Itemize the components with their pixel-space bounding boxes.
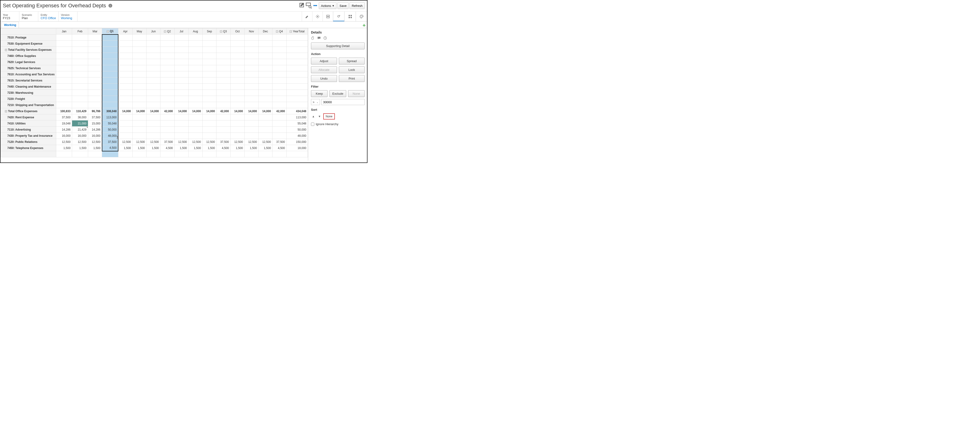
data-cell[interactable] (202, 102, 216, 108)
data-cell[interactable] (216, 47, 231, 53)
data-cell[interactable] (118, 102, 132, 108)
data-cell[interactable] (231, 71, 244, 78)
data-cell[interactable] (231, 59, 244, 65)
data-cell[interactable] (244, 90, 258, 96)
data-cell[interactable] (272, 41, 286, 47)
data-cell[interactable] (216, 41, 231, 47)
data-cell[interactable] (188, 133, 202, 139)
data-cell[interactable] (146, 102, 161, 108)
data-cell[interactable] (88, 71, 102, 78)
data-cell[interactable] (244, 41, 258, 47)
data-cell[interactable]: 19,048 (56, 121, 72, 127)
undo-button[interactable]: Undo (311, 75, 337, 82)
data-cell[interactable] (146, 65, 161, 71)
data-cell[interactable] (102, 96, 118, 102)
data-cell[interactable] (146, 114, 161, 121)
data-cell[interactable] (72, 41, 88, 47)
data-cell[interactable] (259, 127, 272, 133)
data-cell[interactable] (102, 65, 118, 71)
data-cell[interactable]: 14,286 (88, 127, 102, 133)
col-header[interactable]: Jan (56, 29, 72, 35)
data-cell[interactable] (132, 53, 146, 59)
data-cell[interactable] (272, 84, 286, 90)
data-cell[interactable]: 37,500 (216, 139, 231, 145)
data-cell[interactable] (259, 84, 272, 90)
data-cell[interactable] (132, 96, 146, 102)
data-cell[interactable] (161, 114, 174, 121)
data-cell[interactable] (72, 96, 88, 102)
data-cell[interactable] (216, 102, 231, 108)
col-header[interactable]: Mar (88, 29, 102, 35)
row-header[interactable]: 7625: Technical Services (1, 65, 56, 71)
search-icon[interactable] (305, 2, 312, 9)
data-cell[interactable] (102, 41, 118, 47)
data-cell[interactable]: 1,500 (174, 145, 188, 151)
data-cell[interactable]: 37,500 (102, 139, 118, 145)
data-cell[interactable] (244, 53, 258, 59)
data-cell[interactable]: 12,500 (231, 139, 244, 145)
row-header[interactable]: 7230: Warehousing (1, 90, 56, 96)
data-cell[interactable] (88, 41, 102, 47)
data-cell[interactable] (174, 114, 188, 121)
data-cell[interactable] (259, 35, 272, 41)
data-cell[interactable]: 1,500 (56, 145, 72, 151)
data-cell[interactable]: 42,000 (216, 108, 231, 114)
data-cell[interactable] (132, 127, 146, 133)
data-cell[interactable] (88, 35, 102, 41)
data-cell[interactable]: 12,500 (244, 139, 258, 145)
data-cell[interactable] (161, 121, 174, 127)
data-cell[interactable] (216, 35, 231, 41)
data-cell[interactable] (118, 35, 132, 41)
data-cell[interactable] (244, 71, 258, 78)
row-header[interactable]: 7420: Rent Expense (1, 114, 56, 121)
data-cell[interactable] (146, 35, 161, 41)
data-cell[interactable] (286, 65, 308, 71)
data-cell[interactable] (259, 47, 272, 53)
data-cell[interactable] (132, 59, 146, 65)
data-cell[interactable] (286, 59, 308, 65)
data-cell[interactable]: 42,000 (272, 108, 286, 114)
col-header[interactable]: Oct (231, 29, 244, 35)
exclude-button[interactable]: Exclude (329, 90, 346, 97)
data-cell[interactable] (216, 127, 231, 133)
data-cell[interactable] (174, 102, 188, 108)
data-cell[interactable]: 21,000 (72, 121, 88, 127)
data-cell[interactable] (244, 114, 258, 121)
data-cell[interactable] (161, 90, 174, 96)
data-cell[interactable] (188, 102, 202, 108)
data-cell[interactable] (244, 133, 258, 139)
data-cell[interactable] (216, 65, 231, 71)
data-cell[interactable] (202, 90, 216, 96)
data-cell[interactable] (72, 71, 88, 78)
data-cell[interactable] (132, 65, 146, 71)
data-cell[interactable]: 12,500 (56, 139, 72, 145)
data-cell[interactable] (118, 127, 132, 133)
col-header[interactable]: −Q3 (216, 29, 231, 35)
data-cell[interactable] (202, 84, 216, 90)
data-cell[interactable]: 14,000 (146, 108, 161, 114)
data-cell[interactable] (161, 102, 174, 108)
data-cell[interactable]: 50,000 (102, 127, 118, 133)
lock-button[interactable]: Lock (339, 67, 365, 73)
data-cell[interactable] (286, 90, 308, 96)
data-cell[interactable] (174, 47, 188, 53)
data-cell[interactable]: 113,000 (286, 114, 308, 121)
row-header[interactable]: 7615: Secretarial Services (1, 78, 56, 84)
data-cell[interactable] (88, 84, 102, 90)
data-cell[interactable]: 1,500 (88, 145, 102, 151)
data-cell[interactable] (202, 78, 216, 84)
data-cell[interactable] (202, 96, 216, 102)
data-cell[interactable] (202, 35, 216, 41)
data-cell[interactable] (102, 71, 118, 78)
data-cell[interactable] (161, 78, 174, 84)
data-cell[interactable] (259, 96, 272, 102)
property-grid-icon[interactable] (344, 11, 356, 21)
data-cell[interactable] (132, 121, 146, 127)
data-cell[interactable]: 12,500 (132, 139, 146, 145)
data-cell[interactable] (202, 47, 216, 53)
data-cell[interactable] (174, 78, 188, 84)
data-cell[interactable]: 12,500 (202, 139, 216, 145)
data-cell[interactable] (216, 90, 231, 96)
data-cell[interactable] (88, 47, 102, 53)
data-cell[interactable] (259, 65, 272, 71)
